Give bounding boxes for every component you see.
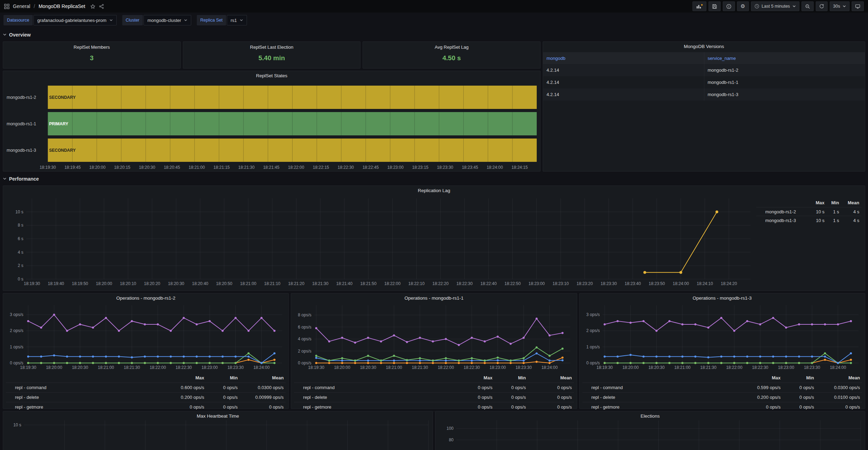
panel-title[interactable]: Elections [435, 411, 865, 420]
legend-header[interactable]: Min [827, 200, 841, 205]
svg-text:18:24:00: 18:24:00 [542, 365, 558, 370]
legend-header[interactable]: Mean [240, 375, 286, 380]
legend-header[interactable]: Min [783, 375, 816, 380]
legend-series-name[interactable]: repl - getmore [303, 404, 443, 410]
section-overview[interactable]: Overview [3, 30, 865, 39]
variable-group: Replica Setrs1 [197, 15, 247, 25]
legend-series-name[interactable]: repl - command [591, 385, 731, 390]
column-header-service-name[interactable]: service_name [704, 52, 865, 64]
legend-value: 0.0300 ops/s [240, 385, 286, 390]
max-heartbeat-chart[interactable]: 10 s [6, 420, 431, 450]
legend-value: 0 ops/s [155, 404, 206, 410]
variable-value-dropdown[interactable]: mongodb-cluster [144, 15, 191, 25]
dashboard-settings-button[interactable]: ⚙ [737, 1, 749, 11]
add-panel-button[interactable] [692, 1, 706, 11]
chevron-down-icon [3, 32, 7, 38]
apps-grid-icon[interactable] [4, 4, 9, 9]
svg-text:18:21:50: 18:21:50 [360, 281, 377, 286]
star-icon[interactable] [90, 4, 95, 9]
legend-header[interactable]: Min [495, 375, 528, 380]
breadcrumb-root[interactable]: General [13, 3, 30, 9]
panel-title[interactable]: Operations - mongodb-rs1-2 [3, 293, 288, 302]
legend-header[interactable]: Max [808, 200, 827, 205]
operations-legend: MaxMinMeanrepl - command0.600 ops/s0 ops… [6, 373, 286, 412]
legend-header[interactable]: Max [155, 375, 206, 380]
elections-chart[interactable]: 10080 [438, 420, 863, 450]
state-bar[interactable]: PRIMARY [48, 112, 537, 135]
legend-header[interactable]: Min [206, 375, 240, 380]
tv-mode-button[interactable] [852, 1, 864, 11]
stat-title[interactable]: Avg ReplSet Lag [435, 45, 468, 50]
legend-header[interactable]: Mean [528, 375, 574, 380]
svg-text:80: 80 [449, 437, 454, 442]
svg-text:18:20:20: 18:20:20 [144, 281, 160, 286]
legend-series-name[interactable]: repl - getmore [15, 404, 155, 410]
panel-title[interactable]: Max Heartbeat Time [3, 411, 433, 420]
panel-title[interactable]: MongoDB Versions [543, 42, 865, 51]
time-range-picker[interactable]: Last 5 minutes [751, 1, 799, 11]
legend-header-row: MaxMinMean [6, 373, 286, 382]
svg-text:1 ops/s: 1 ops/s [10, 345, 23, 349]
legend-value: 1 s [827, 209, 841, 214]
variable-value-dropdown[interactable]: rs1 [227, 15, 247, 25]
legend-series-name[interactable]: repl - getmore [591, 404, 731, 410]
dashboard-info-button[interactable] [723, 1, 735, 11]
zoom-out-time-button[interactable] [801, 1, 814, 11]
panel-title[interactable]: Operations - mongodb-rs1-3 [580, 293, 865, 302]
panel-title[interactable]: Replication Lag [3, 186, 865, 195]
time-range-label: Last 5 minutes [762, 4, 790, 9]
legend-series-name[interactable]: repl - delete [591, 395, 731, 400]
axis-tick-label: 18:22:30 [338, 165, 354, 170]
operations-panel-rs1-2: Operations - mongodb-rs1-2 0 ops/s1 ops/… [3, 293, 289, 409]
legend-header[interactable]: Max [731, 375, 783, 380]
legend-header[interactable]: Mean [841, 200, 861, 205]
legend-series-name[interactable]: repl - command [303, 385, 443, 390]
svg-text:18:20:30: 18:20:30 [648, 365, 665, 370]
svg-text:18:23:30: 18:23:30 [600, 281, 617, 286]
state-bar[interactable]: SECONDARY [48, 86, 537, 109]
svg-text:18:19:50: 18:19:50 [72, 281, 88, 286]
variable-group: Datasourcegrafanacloud-gabrielantunes-pr… [3, 15, 117, 25]
legend-header[interactable]: Max [443, 375, 495, 380]
svg-text:18:21:30: 18:21:30 [124, 365, 140, 370]
legend-header[interactable]: Mean [816, 375, 862, 380]
legend-series-name[interactable]: mongodb-rs1-3 [765, 218, 808, 223]
legend-series-name[interactable]: repl - delete [303, 395, 443, 400]
replication-lag-chart[interactable]: 0 s2 s4 s6 s8 s10 s18:19:3018:19:4018:19… [6, 196, 755, 288]
panel-title[interactable]: Operations - mongodb-rs1-1 [291, 293, 576, 302]
svg-text:18:20:50: 18:20:50 [216, 281, 232, 286]
operations-chart[interactable]: 0 ops/s1 ops/s2 ops/s3 ops/s18:19:3018:2… [582, 302, 863, 372]
stat-title[interactable]: ReplSet Last Election [250, 45, 293, 50]
save-dashboard-button[interactable] [708, 1, 721, 11]
versions-table-body: 4.2.14mongodb-rs1-24.2.14mongodb-rs1-14.… [543, 64, 865, 101]
dashboard-title[interactable]: MongoDB ReplicaSet [39, 3, 85, 9]
legend-series-name[interactable]: mongodb-rs1-2 [765, 209, 808, 214]
stat-title[interactable]: ReplSet Members [73, 45, 110, 50]
svg-text:3 ops/s: 3 ops/s [10, 312, 23, 317]
legend-series-name[interactable]: repl - command [15, 385, 155, 390]
legend-value: 0 ops/s [783, 404, 816, 410]
svg-text:18:20:30: 18:20:30 [168, 281, 184, 286]
panel-title[interactable]: ReplSet States [3, 71, 540, 80]
legend-value: 0.0300 ops/s [816, 385, 862, 390]
state-timeline[interactable]: mongodb-rs1-2SECONDARYmongodb-rs1-1PRIMA… [7, 86, 537, 162]
legend-series-name[interactable]: repl - delete [15, 395, 155, 400]
stat-panel-avg-lag: Avg ReplSet Lag 4.50 s [363, 41, 541, 69]
variable-value-text: rs1 [231, 18, 237, 23]
column-header-mongodb[interactable]: mongodb [543, 52, 704, 64]
refresh-interval-picker[interactable]: 30s [830, 1, 850, 11]
svg-text:18:23:10: 18:23:10 [552, 281, 569, 286]
legend-row: mongodb-rs1-210 s1 s4 s [756, 207, 861, 216]
operations-chart[interactable]: 0 ops/s1 ops/s2 ops/s3 ops/s18:19:3018:2… [6, 302, 286, 372]
axis-tick-label: 18:21:15 [214, 165, 230, 170]
svg-text:2 ops/s: 2 ops/s [586, 328, 600, 333]
state-bar[interactable]: SECONDARY [48, 139, 537, 162]
legend-value: 0 ops/s [783, 385, 816, 390]
operations-chart[interactable]: 0 ops/s2 ops/s4 ops/s6 ops/s8 ops/s18:19… [294, 302, 574, 372]
refresh-button[interactable] [816, 1, 828, 11]
svg-text:18:20:00: 18:20:00 [96, 281, 112, 286]
share-icon[interactable] [99, 4, 104, 9]
svg-text:2 s: 2 s [18, 263, 23, 268]
section-performance[interactable]: Performance [3, 174, 865, 183]
variable-value-dropdown[interactable]: grafanacloud-gabrielantunes-prom [33, 15, 117, 25]
